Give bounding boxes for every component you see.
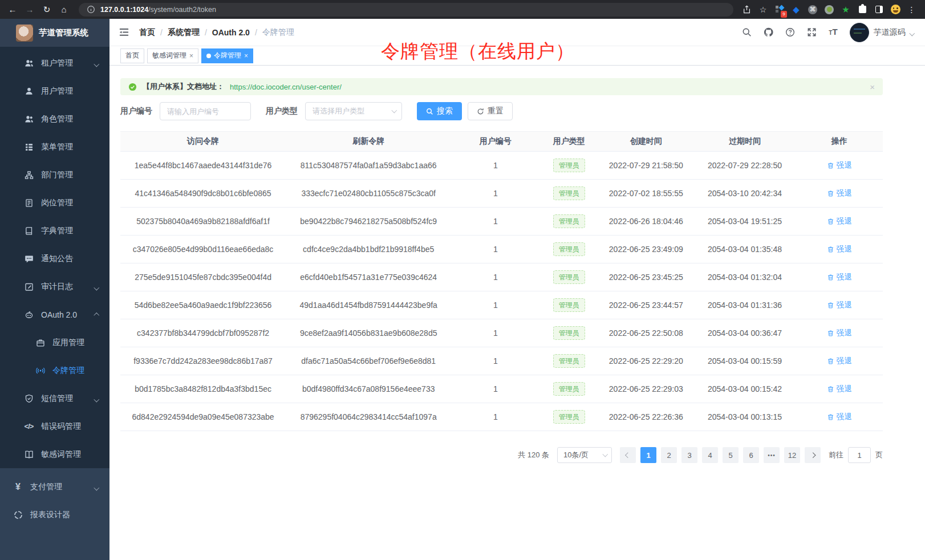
browser-menu-icon[interactable]: ⋮ xyxy=(907,5,917,15)
chevron-down-icon xyxy=(391,108,396,113)
alert-close-icon[interactable]: × xyxy=(870,82,875,92)
doc-link[interactable]: https://doc.iocoder.cn/user-center/ xyxy=(230,83,342,91)
sidebar-item-支付管理[interactable]: ¥支付管理 xyxy=(0,473,109,501)
annotation-text: 令牌管理（在线用户） xyxy=(381,39,575,64)
user-menu[interactable]: 芋道源码 xyxy=(850,23,914,42)
star-extension-icon[interactable]: ★ xyxy=(841,5,851,15)
user-id-cell: 1 xyxy=(451,152,539,179)
user-id-cell: 1 xyxy=(451,291,539,319)
close-icon[interactable]: × xyxy=(189,52,193,60)
app-logo-row[interactable]: 芋道管理系统 xyxy=(0,19,109,47)
force-logout-button[interactable]: 强退 xyxy=(827,272,852,282)
tab-sensitive-words[interactable]: 敏感词管理× xyxy=(147,48,198,63)
caret-down-icon xyxy=(910,27,914,38)
trash-icon xyxy=(827,330,834,337)
page-button-5[interactable]: 5 xyxy=(723,447,739,463)
tab-home[interactable]: 首页 xyxy=(120,48,144,63)
sidebar-item-审计日志[interactable]: 审计日志 xyxy=(0,273,109,301)
user-id-input[interactable] xyxy=(160,102,251,120)
force-logout-button[interactable]: 强退 xyxy=(827,356,852,366)
share-icon[interactable] xyxy=(741,5,752,15)
close-icon[interactable]: × xyxy=(244,52,248,60)
page-button-1[interactable]: 1 xyxy=(640,447,656,463)
prev-page-button[interactable] xyxy=(620,447,636,463)
page-button-4[interactable]: 4 xyxy=(702,447,718,463)
help-icon[interactable] xyxy=(785,27,796,38)
browser-reload-icon[interactable]: ↻ xyxy=(40,3,54,17)
site-info-icon[interactable] xyxy=(86,5,96,15)
create-time-cell: 2022-06-25 23:45:25 xyxy=(598,263,693,291)
force-logout-button[interactable]: 强退 xyxy=(827,160,852,171)
expire-time-cell: 2054-03-04 01:35:48 xyxy=(693,236,796,263)
reset-button[interactable]: 重置 xyxy=(468,102,513,120)
font-size-icon[interactable]: TT xyxy=(828,27,839,38)
user-id-cell: 1 xyxy=(451,375,539,403)
create-time-cell: 2022-07-29 21:58:50 xyxy=(598,152,693,179)
page-size-select[interactable]: 10条/页 xyxy=(557,447,612,463)
bookmark-star-icon[interactable]: ☆ xyxy=(758,5,768,15)
page-button-6[interactable]: 6 xyxy=(743,447,759,463)
side-panel-icon[interactable] xyxy=(874,5,884,15)
sidebar-item-报表设计器[interactable]: 报表设计器 xyxy=(0,501,109,529)
browser-home-icon[interactable]: ⌂ xyxy=(57,3,71,17)
breadcrumb-home[interactable]: 首页 xyxy=(139,27,155,38)
sidebar-item-错误码管理[interactable]: </>错误码管理 xyxy=(0,412,109,440)
sidebar-item-字典管理[interactable]: 字典管理 xyxy=(0,217,109,245)
tab-token-management[interactable]: 令牌管理× xyxy=(201,48,253,63)
force-logout-button[interactable]: 强退 xyxy=(827,300,852,310)
refresh-token-cell: 8796295f04064c2983414cc54af1097a xyxy=(286,403,451,431)
sidebar-item-OAuth 2.0[interactable]: OAuth 2.0 xyxy=(0,301,109,328)
gem-extension-icon[interactable]: ◆ xyxy=(791,5,801,15)
user-type-tag: 管理员 xyxy=(553,242,585,256)
user-type-select[interactable]: 请选择用户类型 xyxy=(305,102,402,120)
page-button-2[interactable]: 2 xyxy=(661,447,677,463)
user-id-cell: 1 xyxy=(451,180,539,207)
force-logout-button[interactable]: 强退 xyxy=(827,216,852,226)
breadcrumb-system[interactable]: 系统管理 xyxy=(168,27,200,38)
page-button-12[interactable]: 12 xyxy=(784,447,800,463)
sidebar-item-应用管理[interactable]: 应用管理 xyxy=(0,328,109,356)
sidebar-item-菜单管理[interactable]: 菜单管理 xyxy=(0,133,109,161)
breadcrumb-oauth[interactable]: OAuth 2.0 xyxy=(212,28,250,37)
user-type-cell: 管理员 xyxy=(539,319,598,347)
browser-forward-icon[interactable]: → xyxy=(23,3,36,17)
page-ellipsis[interactable]: ••• xyxy=(764,447,780,463)
extension-grid-icon[interactable]: 9 xyxy=(774,5,785,15)
force-logout-button[interactable]: 强退 xyxy=(827,412,852,422)
sidebar-item-label: 短信管理 xyxy=(41,393,73,404)
breadcrumb: 首页 / 系统管理 / OAuth 2.0 / 令牌管理 xyxy=(139,27,294,38)
force-logout-button[interactable]: 强退 xyxy=(827,244,852,254)
force-logout-button[interactable]: 强退 xyxy=(827,384,852,394)
sidebar-fold-icon[interactable] xyxy=(119,27,130,38)
force-logout-button[interactable]: 强退 xyxy=(827,328,852,338)
profile-avatar-icon[interactable] xyxy=(890,5,900,15)
sidebar-item-通知公告[interactable]: 通知公告 xyxy=(0,245,109,273)
sidebar-item-部门管理[interactable]: 部门管理 xyxy=(0,161,109,189)
goto-page-input[interactable] xyxy=(848,447,871,463)
github-icon[interactable] xyxy=(763,27,774,38)
address-bar[interactable]: 127.0.0.1:1024/system/oauth2/token xyxy=(79,3,733,17)
sidebar-item-短信管理[interactable]: 短信管理 xyxy=(0,384,109,412)
next-page-button[interactable] xyxy=(805,447,821,463)
sidebar-item-租户管理[interactable]: 租户管理 xyxy=(0,49,109,77)
fullscreen-icon[interactable] xyxy=(806,27,817,38)
sidebar-item-敏感词管理[interactable]: 敏感词管理 xyxy=(0,440,109,468)
circle-extension-icon[interactable] xyxy=(824,5,834,15)
puzzle-extension-icon[interactable] xyxy=(857,5,867,15)
sidebar-item-岗位管理[interactable]: 岗位管理 xyxy=(0,189,109,217)
url-host: 127.0.0.1:1024 xyxy=(100,6,148,14)
sidebar-item-用户管理[interactable]: 用户管理 xyxy=(0,77,109,105)
command-extension-icon[interactable]: ⌘ xyxy=(808,5,818,15)
expire-time-cell: 2054-03-04 00:13:15 xyxy=(693,403,796,431)
search-icon[interactable] xyxy=(741,27,752,38)
sidebar-item-令牌管理[interactable]: 令牌管理 xyxy=(0,356,109,384)
sidebar-item-角色管理[interactable]: 角色管理 xyxy=(0,105,109,133)
browser-back-icon[interactable]: ← xyxy=(6,3,19,17)
search-button[interactable]: 搜索 xyxy=(417,102,462,120)
force-logout-button[interactable]: 强退 xyxy=(827,188,852,198)
sidebar-item-label: 角色管理 xyxy=(41,114,73,124)
page-button-3[interactable]: 3 xyxy=(681,447,697,463)
user-type-cell: 管理员 xyxy=(539,180,598,207)
action-cell: 强退 xyxy=(796,263,883,291)
access-token-cell: 41c41346a548490f9dc8b01c6bfe0865 xyxy=(120,180,286,207)
